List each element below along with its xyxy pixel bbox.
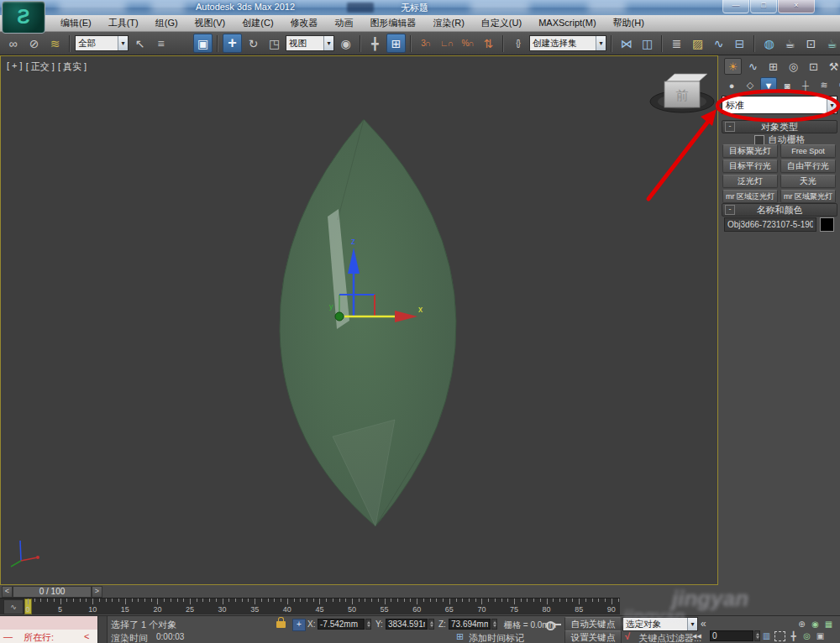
set-key-mode-icon[interactable]: √ — [625, 631, 630, 641]
menu-item-8[interactable]: 渲染(R) — [425, 15, 473, 31]
set-key-button[interactable]: 设置关键点 — [564, 630, 622, 643]
menu-item-4[interactable]: 创建(C) — [234, 15, 281, 31]
y-spinner[interactable] — [428, 619, 434, 630]
object-color-swatch[interactable] — [820, 217, 834, 232]
collapse-icon[interactable]: - — [725, 122, 735, 132]
angle-snap-icon[interactable]: ∟∩ — [437, 34, 456, 53]
gizmo-y-axis[interactable] — [335, 312, 344, 321]
spinner-snap-icon[interactable]: ⇅ — [479, 34, 498, 53]
named-selection-sets-dropdown[interactable]: 创建选择集 — [529, 35, 606, 51]
layer-manager-icon[interactable]: ≣ — [667, 34, 686, 53]
light-button-0-1[interactable]: Free Spot — [780, 144, 836, 158]
frame-spinner[interactable] — [754, 630, 760, 641]
menu-item-11[interactable]: 帮助(H) — [605, 15, 653, 31]
category-shapes[interactable]: ◇ — [742, 77, 759, 93]
menu-item-0[interactable]: 编辑(E) — [52, 15, 100, 31]
menu-item-2[interactable]: 组(G) — [147, 15, 186, 31]
z-coordinate-field[interactable] — [449, 619, 491, 630]
time-slider-value[interactable]: 0 / 100 — [13, 586, 92, 598]
maxscript-macro-recorder[interactable] — [0, 616, 97, 630]
menu-item-6[interactable]: 动画 — [327, 15, 362, 31]
collapse-icon[interactable]: - — [725, 205, 735, 215]
y-coordinate-field[interactable] — [386, 619, 428, 630]
align-icon[interactable]: ◫ — [638, 34, 657, 53]
light-button-3-0[interactable]: mr 区域泛光灯 — [722, 190, 778, 203]
select-and-link-icon[interactable]: ∞ — [3, 34, 23, 53]
zoom-extents-all-icon[interactable]: ▦ — [823, 619, 834, 630]
category-lights[interactable]: ▼ — [760, 77, 777, 93]
time-slider-next-button[interactable]: > — [92, 586, 102, 598]
category-cameras[interactable]: ◙ — [779, 77, 795, 93]
x-spinner[interactable] — [365, 619, 371, 630]
keyboard-shortcut-override-icon[interactable]: ⊞ — [386, 34, 406, 53]
selection-filter-dropdown[interactable]: 全部 — [75, 35, 129, 51]
category-systems[interactable]: ⚙ — [834, 77, 840, 93]
category-helpers[interactable]: ┼ — [797, 77, 814, 93]
zoom-region-icon[interactable] — [774, 630, 785, 641]
light-button-1-0[interactable]: 目标平行光 — [722, 159, 778, 173]
restore-button[interactable]: □ — [750, 0, 777, 13]
selection-lock-icon[interactable] — [276, 621, 286, 628]
percent-snap-icon[interactable]: %∩ — [458, 34, 477, 53]
schematic-view-icon[interactable]: ⊟ — [730, 34, 749, 53]
pan-view-icon[interactable]: ╋ — [788, 630, 799, 641]
tab-modify[interactable]: ∿ — [744, 58, 762, 75]
viewport-menu-plus[interactable]: [ + ] — [7, 60, 23, 73]
light-button-2-0[interactable]: 泛光灯 — [722, 175, 778, 188]
rollout-object-type[interactable]: - 对象类型 — [722, 120, 837, 133]
menu-item-1[interactable]: 工具(T) — [100, 15, 147, 31]
category-geometry[interactable]: ● — [723, 77, 740, 93]
render-setup-icon[interactable]: ☕ — [780, 34, 800, 53]
light-button-3-1[interactable]: mr 区域聚光灯 — [780, 190, 836, 203]
view-cube[interactable]: 前 — [650, 74, 714, 112]
select-and-rotate-icon[interactable]: ↻ — [244, 34, 263, 53]
render-production-icon[interactable]: ☕ — [822, 34, 840, 53]
application-menu-button[interactable]: Ƨ — [2, 1, 45, 34]
edit-named-selection-sets-icon[interactable]: {} — [508, 34, 528, 53]
z-spinner[interactable] — [491, 619, 497, 630]
tab-utilities[interactable]: ⚒ — [825, 58, 840, 75]
select-and-manipulate-icon[interactable]: ╋ — [365, 34, 385, 53]
viewport-menu-view[interactable]: [ 正交 ] — [26, 60, 55, 73]
orbit-viewport-icon[interactable]: ◎ — [801, 630, 812, 641]
light-type-dropdown[interactable]: 标准 — [722, 96, 837, 114]
adaptive-degradation-icon[interactable]: ▥ — [761, 630, 772, 641]
menu-item-10[interactable]: MAXScript(M) — [530, 15, 604, 31]
snaps-toggle-3d-icon[interactable]: 3∩ — [416, 34, 435, 53]
time-tag-icon[interactable]: ⊞ — [456, 631, 464, 642]
rendered-frame-window-icon[interactable]: ⊡ — [801, 34, 821, 53]
scene-explorer-icon[interactable]: ▨ — [688, 34, 707, 53]
listener-divider[interactable] — [97, 616, 108, 643]
autogrid-checkbox[interactable] — [754, 135, 764, 145]
mini-curve-editor-button[interactable]: ∿ — [3, 599, 24, 614]
bind-to-space-warp-icon[interactable]: ≋ — [45, 34, 65, 53]
light-button-0-0[interactable]: 目标聚光灯 — [722, 144, 778, 158]
reference-coordinate-system-dropdown[interactable]: 视图 — [286, 35, 334, 51]
auto-key-button[interactable]: 自动关键点 — [564, 617, 622, 631]
menu-item-5[interactable]: 修改器 — [282, 15, 327, 31]
use-pivot-point-center-icon[interactable]: ◉ — [336, 34, 355, 53]
select-and-scale-icon[interactable]: ◳ — [265, 34, 284, 53]
absolute-mode-transform-icon[interactable]: + — [292, 619, 306, 631]
unlink-selection-icon[interactable]: ⊘ — [24, 34, 44, 53]
rollout-name-color[interactable]: - 名称和颜色 — [722, 203, 837, 217]
selection-set-dropdown[interactable]: 选定对象 — [622, 617, 698, 631]
menu-item-3[interactable]: 视图(V) — [186, 15, 234, 31]
tab-hierarchy[interactable]: ⊞ — [764, 58, 782, 75]
selection-region-icon[interactable] — [172, 34, 192, 53]
track-bar[interactable]: ∿ 051015202530354045505560657075808590 — [0, 598, 620, 614]
previous-key-icon[interactable]: ◀◀ — [692, 633, 701, 640]
zoom-all-icon[interactable]: ◉ — [810, 619, 821, 630]
tab-display[interactable]: ⊡ — [805, 58, 822, 75]
maximize-viewport-icon[interactable]: ▣ — [815, 630, 826, 641]
minimize-button[interactable]: — — [722, 0, 749, 13]
material-editor-icon[interactable]: ◍ — [759, 34, 779, 53]
current-frame-field[interactable] — [710, 630, 753, 641]
curve-editor-icon[interactable]: ∿ — [709, 34, 728, 53]
maxscript-listener[interactable]: — 所在行: < — [0, 630, 97, 643]
select-by-name-icon[interactable]: ≡ — [151, 34, 171, 53]
add-time-tag-label[interactable]: 添加时间标记 — [469, 632, 524, 643]
mirror-icon[interactable]: ⋈ — [617, 34, 636, 53]
viewport-menu-shading[interactable]: [ 真实 ] — [58, 60, 87, 73]
x-coordinate-field[interactable] — [318, 619, 365, 630]
